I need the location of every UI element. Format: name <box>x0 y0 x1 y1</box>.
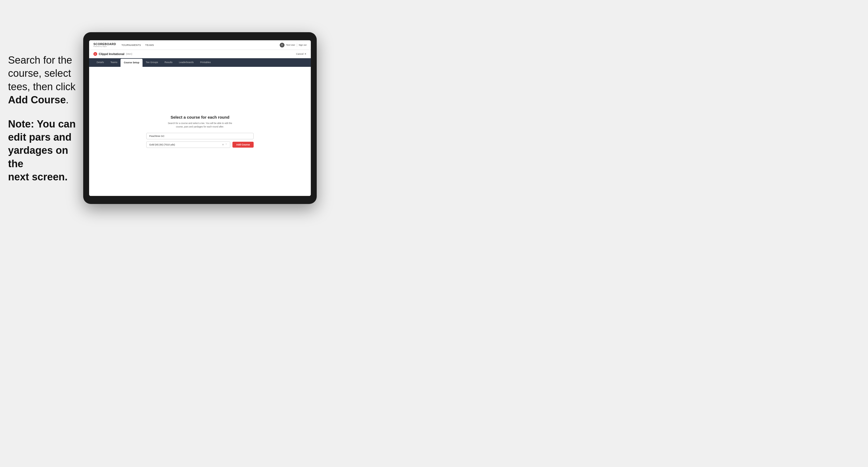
add-course-reference: Add Course <box>8 94 66 105</box>
tee-select-controls: ✕ ⌃ <box>222 143 227 146</box>
tab-results[interactable]: Results <box>161 58 176 67</box>
tab-details[interactable]: Details <box>93 58 107 67</box>
tablet-device: SCOREBOARD Powered by clippd TOURNAMENTS… <box>83 32 317 204</box>
tee-value: Gold (M) (M) (7010 yds) <box>149 143 175 146</box>
section-title: Select a course for each round <box>146 115 254 119</box>
cancel-label: Cancel <box>296 53 304 55</box>
tournament-icon: C <box>93 52 97 56</box>
tournament-title: C Clippd Invitational (Men) <box>93 52 132 56</box>
tee-arrow-icon: ⌃ <box>225 143 227 146</box>
user-avatar: B <box>280 43 284 48</box>
tournament-type: (Men) <box>126 53 132 55</box>
period: . <box>66 94 69 105</box>
sign-out-link[interactable]: Sign out <box>299 44 307 46</box>
logo-text: SCOREBOARD <box>93 43 116 45</box>
note-line4: next screen. <box>8 171 68 183</box>
cancel-icon: ✕ <box>304 53 307 55</box>
note-line2: edit pars and <box>8 131 72 143</box>
cancel-button[interactable]: Cancel ✕ <box>296 53 307 55</box>
tablet-screen: SCOREBOARD Powered by clippd TOURNAMENTS… <box>89 40 311 196</box>
logo-sub: Powered by clippd <box>93 45 116 47</box>
section-description: Search for a course and select a tee. Yo… <box>146 122 254 129</box>
instruction-line2: course, select <box>8 68 71 79</box>
add-course-button[interactable]: Add Course <box>232 142 254 148</box>
note-line3: yardages on the <box>8 145 68 169</box>
course-section: Select a course for each round Search fo… <box>146 115 254 148</box>
nav-teams[interactable]: TEAMS <box>145 43 154 48</box>
logo-area: SCOREBOARD Powered by clippd <box>93 43 116 47</box>
tab-teams[interactable]: Teams <box>107 58 121 67</box>
tab-course-setup[interactable]: Course Setup <box>121 59 143 67</box>
user-initial: B <box>281 44 283 46</box>
main-content: Select a course for each round Search fo… <box>89 67 311 196</box>
tab-leaderboards[interactable]: Leaderboards <box>176 58 197 67</box>
nav-right: B Test User Sign out <box>280 43 307 48</box>
course-search-input[interactable] <box>146 133 254 139</box>
instruction-line3: tees, then click <box>8 81 75 92</box>
tournament-name: Clippd Invitational <box>99 52 124 56</box>
tab-printables[interactable]: Printables <box>197 58 214 67</box>
tab-tee-groups[interactable]: Tee Groups <box>143 58 161 67</box>
note-line1: Note: You can <box>8 118 76 130</box>
tee-select[interactable]: Gold (M) (M) (7010 yds) ✕ ⌃ <box>146 142 230 148</box>
tournament-header: C Clippd Invitational (Men) Cancel ✕ <box>89 50 311 58</box>
tab-navigation: Details Teams Course Setup Tee Groups Re… <box>89 58 311 67</box>
tee-select-row: Gold (M) (M) (7010 yds) ✕ ⌃ Add Course <box>146 142 254 148</box>
nav-links: TOURNAMENTS TEAMS <box>121 43 279 48</box>
instructions-panel: Search for the course, select tees, then… <box>8 54 83 195</box>
nav-tournaments[interactable]: TOURNAMENTS <box>121 43 141 48</box>
navbar: SCOREBOARD Powered by clippd TOURNAMENTS… <box>89 40 311 50</box>
instruction-line1: Search for the <box>8 55 72 66</box>
nav-divider <box>297 43 297 47</box>
user-name: Test User <box>286 44 295 46</box>
tee-clear-icon[interactable]: ✕ <box>222 143 224 146</box>
